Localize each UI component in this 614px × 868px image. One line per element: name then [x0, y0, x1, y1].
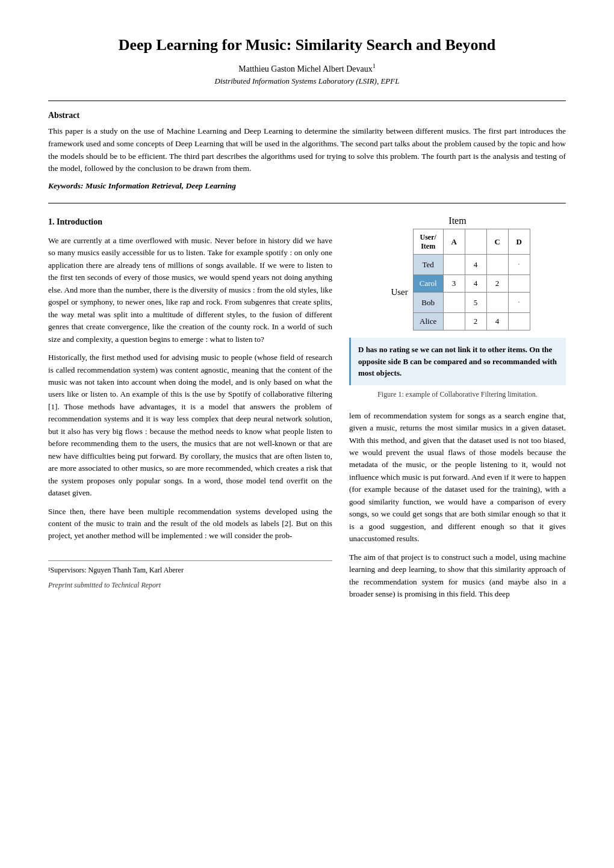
abstract-text: This paper is a study on the use of Mach…	[48, 125, 566, 176]
main-title: Deep Learning for Music: Similarity Sear…	[48, 36, 566, 54]
col-b-header: B	[465, 229, 486, 255]
figure-caption: Figure 1: example of Collaborative Filte…	[349, 390, 566, 399]
footnote-area: ¹Supervisors: Nguyen Thanh Tam, Karl Abe…	[48, 560, 332, 576]
alice-c: 4	[486, 313, 508, 330]
footnote-text: ¹Supervisors: Nguyen Thanh Tam, Karl Abe…	[48, 565, 332, 576]
user-label-cell: User	[385, 255, 413, 330]
user-item-header: User/Item	[413, 229, 443, 255]
alice-name: Alice	[413, 313, 443, 330]
author: Matthieu Gaston Michel Albert Devaux1	[48, 63, 566, 74]
alice-a	[443, 313, 465, 330]
ted-c	[486, 255, 508, 275]
keywords-label: Keywords:	[48, 181, 84, 190]
carol-b: 4	[465, 275, 486, 293]
col-a-header: A	[443, 229, 465, 255]
author-name: Matthieu Gaston Michel Albert Devaux	[238, 64, 372, 73]
keywords-value: Music Information Retrieval, Deep Learni…	[85, 181, 236, 190]
figure-caption-bold: D has no rating se we can not link it to…	[358, 345, 557, 377]
bob-b: 5	[465, 293, 486, 313]
section1-num: 1.	[48, 217, 55, 226]
paragraph-2: Historically, the first method used for …	[48, 352, 332, 499]
right-col-text: lem of recommendation system for songs a…	[349, 410, 566, 601]
ted-d: ·	[508, 255, 530, 275]
title-section: Deep Learning for Music: Similarity Sear…	[48, 36, 566, 86]
carol-c: 2	[486, 275, 508, 293]
two-col-layout: 1. Introduction We are currently at a ti…	[48, 215, 566, 600]
cf-table: User/Item A B C D User Ted 4	[385, 229, 530, 330]
title-divider	[48, 101, 566, 101]
user-label-top-empty	[385, 229, 413, 255]
page: Deep Learning for Music: Similarity Sear…	[0, 0, 614, 636]
figure1: Item User/Item A B C D	[349, 215, 566, 398]
ted-b: 4	[465, 255, 486, 275]
paragraph-3: Since then, there have been multiple rec…	[48, 506, 332, 542]
col-d-header: D	[508, 229, 530, 255]
ted-name: Ted	[413, 255, 443, 275]
table-row-ted: User Ted 4 ·	[385, 255, 530, 275]
table-header-row: User/Item A B C D	[385, 229, 530, 255]
preprint-label: Preprint submitted to Technical Report	[48, 580, 332, 591]
bob-name: Bob	[413, 293, 443, 313]
bob-d: ·	[508, 293, 530, 313]
section-divider	[48, 203, 566, 203]
affiliation: Distributed Information Systems Laborato…	[48, 76, 566, 86]
ted-a	[443, 255, 465, 275]
author-sup: 1	[373, 63, 376, 69]
keywords: Keywords: Music Information Retrieval, D…	[48, 181, 566, 191]
carol-name: Carol	[413, 275, 443, 293]
abstract-section: Abstract This paper is a study on the us…	[48, 111, 566, 191]
item-label: Item	[349, 215, 566, 226]
figure-caption-box: D has no rating se we can not link it to…	[349, 338, 566, 385]
carol-a: 3	[443, 275, 465, 293]
carol-d	[508, 275, 530, 293]
abstract-title: Abstract	[48, 111, 566, 120]
paragraph-1: We are currently at a time overflowed wi…	[48, 235, 332, 346]
alice-d	[508, 313, 530, 330]
col-c-header: C	[486, 229, 508, 255]
bob-a	[443, 293, 465, 313]
right-para-2: The aim of that project is to construct …	[349, 551, 566, 601]
section1-label: Introduction	[57, 217, 102, 226]
col-left: 1. Introduction We are currently at a ti…	[48, 215, 332, 600]
section1-title: 1. Introduction	[48, 215, 332, 229]
right-para-1: lem of recommendation system for songs a…	[349, 410, 566, 545]
alice-b: 2	[465, 313, 486, 330]
col-right: Item User/Item A B C D	[349, 215, 566, 600]
bob-c	[486, 293, 508, 313]
